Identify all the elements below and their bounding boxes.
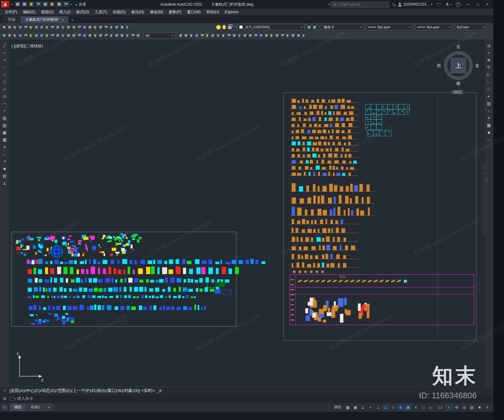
layer-merge-icon[interactable] (301, 33, 306, 38)
trim-icon[interactable] (210, 33, 215, 38)
dimension-icon[interactable] (104, 33, 108, 38)
view-compass[interactable]: 上 北 南 西 东 WCS (439, 43, 477, 96)
mtext-icon[interactable] (93, 33, 98, 38)
size-select[interactable]: 60 ▾ (144, 32, 175, 39)
center-mark-icon[interactable] (120, 33, 124, 38)
plot-icon[interactable] (23, 25, 28, 30)
rectangle-tool-icon[interactable]: □ (1, 78, 9, 85)
selection-cycling-icon[interactable]: ▷ (427, 404, 435, 411)
ungroup-icon[interactable] (104, 25, 108, 30)
annotation-monitor-icon[interactable]: ◎ (461, 404, 468, 411)
model-space-canvas[interactable]: 栏杆YX [-][俯视][二维线框] 上 北 南 西 东 WCS (9, 40, 484, 386)
group-icon[interactable] (98, 25, 103, 30)
orbit-tool-icon[interactable]: ↻ (485, 64, 493, 71)
new-layout-button[interactable]: + (45, 404, 53, 411)
new-file-icon[interactable] (2, 25, 7, 30)
pan-icon[interactable] (55, 25, 60, 30)
autocad-logo-icon[interactable]: A (1, 1, 9, 8)
dtext-icon[interactable] (98, 33, 103, 38)
account-id[interactable]: 15059991353... (403, 2, 429, 7)
zoom-previous-icon[interactable] (72, 25, 76, 30)
undo-icon[interactable] (56, 2, 62, 7)
array-icon[interactable] (237, 33, 242, 38)
bulb-icon[interactable] (222, 25, 226, 29)
save-as-icon[interactable] (43, 2, 49, 7)
lineweight-display-icon[interactable]: ≡ (412, 404, 420, 411)
annotation-scale-label[interactable]: 1:1 (435, 404, 445, 411)
hatch-icon[interactable] (66, 33, 71, 38)
search-icon[interactable] (392, 3, 396, 7)
polyline-tool-icon[interactable]: ≈ (1, 57, 9, 63)
open-file-icon[interactable] (7, 25, 12, 30)
otrack-icon[interactable] (29, 33, 33, 38)
command-customize-icon[interactable]: ⚙ (3, 396, 7, 401)
tab-document[interactable]: 大量欧式门栏杆图库* × (20, 16, 68, 23)
menu-item[interactable]: 视图(V) (38, 9, 56, 15)
spell-check-icon[interactable] (39, 25, 44, 30)
infer-constraints-icon[interactable]: ∠ (359, 404, 367, 411)
save-as-icon[interactable] (18, 25, 23, 30)
search-history-caret-icon[interactable]: ▾ (327, 3, 331, 6)
new-file-icon[interactable] (22, 2, 28, 7)
menu-item[interactable]: 窗口(W) (184, 9, 203, 15)
compass-north-label[interactable]: 北 (439, 44, 477, 50)
mirror-icon[interactable] (200, 33, 204, 38)
layer-properties-icon[interactable] (307, 25, 312, 30)
erase-icon[interactable] (248, 33, 253, 38)
tab-close-icon[interactable]: × (62, 18, 64, 22)
overflow-menu-icon[interactable]: ⋯ (485, 136, 493, 143)
polar-icon[interactable] (18, 33, 23, 38)
leader-tool-icon[interactable]: ↗ (1, 158, 9, 165)
view-tool-icon[interactable]: □ (485, 86, 493, 92)
gradient-tool-icon[interactable]: ▧ (1, 122, 9, 129)
layout1-tab[interactable]: 布局1 (26, 404, 44, 411)
sheet-tool-icon[interactable]: ▦ (485, 122, 493, 129)
open-file-icon[interactable] (29, 2, 35, 7)
compass-south-label[interactable]: 南 (439, 81, 477, 86)
plot-preview-icon[interactable] (29, 25, 33, 30)
full-nav-wheel-icon[interactable]: ◎ (485, 42, 493, 49)
drawing-canvas[interactable]: 栏杆YX (9, 40, 484, 386)
fillet-icon[interactable] (232, 33, 237, 38)
object-snap-icon[interactable]: ▣ (404, 404, 412, 411)
dimension-tool-icon[interactable]: ↔ (1, 151, 9, 158)
gradient-icon[interactable] (72, 33, 76, 38)
sheet-set-icon[interactable] (109, 25, 114, 30)
osnap-icon[interactable] (23, 33, 28, 38)
app-menu-caret-icon[interactable]: ▾ (10, 3, 14, 6)
layer-lock-icon[interactable] (291, 33, 295, 38)
steering-wheel-icon[interactable] (77, 25, 82, 30)
quick-properties-icon[interactable] (45, 33, 49, 38)
search-box[interactable] (331, 2, 389, 8)
point-icon[interactable] (61, 33, 66, 38)
linetype-select[interactable]: ByLayer ▾ (366, 24, 413, 30)
qat-customize-caret-icon[interactable]: ▾ (69, 3, 73, 6)
spline-tool-icon[interactable]: ~ (1, 100, 9, 107)
region-icon[interactable] (82, 33, 87, 38)
table-tool-icon[interactable]: ▦ (1, 136, 9, 143)
new-tab-button[interactable]: + (69, 17, 75, 23)
layer-freeze-icon[interactable] (285, 33, 290, 38)
layer-select[interactable]: _KTI_CONTROL ▾ (238, 24, 304, 30)
menu-item[interactable]: 编辑(E) (20, 9, 38, 15)
close-button[interactable]: × (483, 1, 492, 8)
menu-item[interactable]: 修改(M) (147, 9, 166, 15)
move-icon[interactable] (178, 33, 183, 38)
ortho-icon[interactable] (13, 33, 17, 38)
command-close-icon[interactable]: × (3, 388, 6, 393)
scale-icon[interactable] (205, 33, 210, 38)
block-panel-icon[interactable]: ■ (485, 129, 493, 136)
circle-tool-icon[interactable]: ○ (1, 64, 9, 71)
polar-tracking-icon[interactable]: ∠ (382, 404, 389, 411)
palette-toggle-icon[interactable]: ▤ (485, 100, 493, 107)
viewport-controls[interactable]: [-][俯视][二维线框] (11, 43, 43, 49)
grid-icon[interactable] (7, 33, 12, 38)
show-motion-icon[interactable] (82, 25, 87, 30)
point-tool-icon[interactable]: • (1, 107, 9, 114)
join-icon[interactable] (259, 33, 263, 38)
account-icon[interactable] (398, 3, 402, 7)
maximize-button[interactable]: □ (473, 1, 483, 8)
explode-icon[interactable] (253, 33, 258, 38)
wcs-badge[interactable]: WCS (452, 90, 463, 94)
offset-icon[interactable] (243, 33, 247, 38)
